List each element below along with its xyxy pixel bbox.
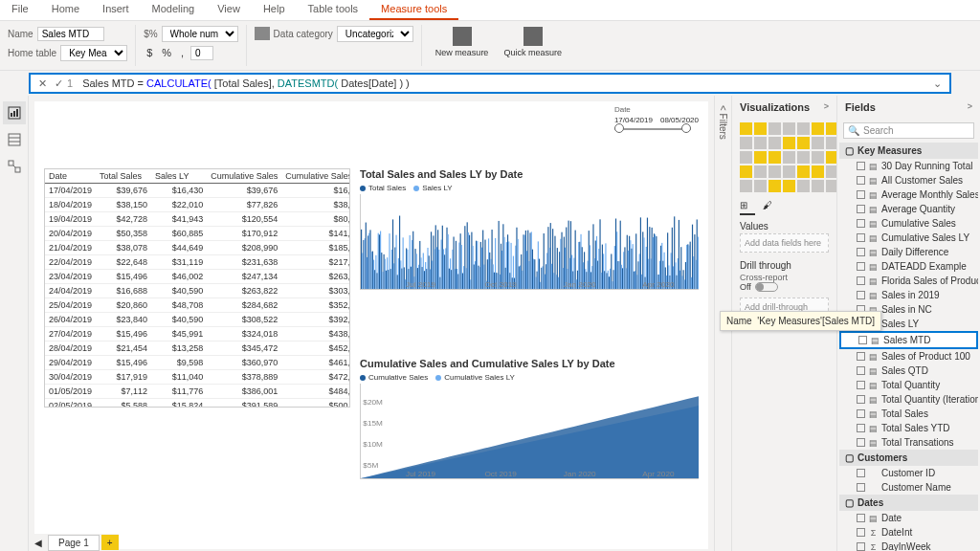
viz-type-icon[interactable] bbox=[740, 122, 752, 135]
field-item[interactable]: ▤Cumulative Sales LY bbox=[839, 231, 978, 245]
comma-button[interactable]: , bbox=[178, 47, 187, 58]
table-header[interactable]: Total Sales bbox=[96, 169, 151, 184]
field-checkbox[interactable] bbox=[857, 528, 865, 537]
field-checkbox[interactable] bbox=[857, 262, 865, 271]
field-item[interactable]: ▤Total Sales bbox=[839, 407, 978, 421]
slicer-handle-start[interactable] bbox=[614, 123, 624, 133]
field-item[interactable]: ▤Average Quantity bbox=[839, 202, 978, 216]
field-item[interactable]: ▤Total Quantity bbox=[839, 378, 978, 392]
field-checkbox[interactable] bbox=[857, 514, 865, 522]
new-measure-button[interactable]: New measure bbox=[430, 25, 495, 59]
field-checkbox[interactable] bbox=[857, 233, 865, 242]
field-item[interactable]: ▤Total Sales YTD bbox=[839, 421, 978, 435]
viz-type-icon[interactable] bbox=[783, 122, 795, 135]
fields-search-input[interactable]: 🔍 Search bbox=[843, 122, 974, 139]
decimals-input[interactable] bbox=[190, 46, 213, 60]
cross-report-toggle[interactable]: Off bbox=[740, 282, 829, 292]
viz-type-icon[interactable] bbox=[797, 122, 810, 135]
viz-type-icon[interactable] bbox=[754, 137, 767, 149]
field-item[interactable]: ▤Sales of Product 100 bbox=[839, 349, 978, 364]
viz-type-icon[interactable] bbox=[740, 137, 752, 149]
field-table-key-measures[interactable]: ▢Key Measures bbox=[839, 143, 978, 159]
ribbon-tab-measure-tools[interactable]: Measure tools bbox=[369, 0, 458, 20]
data-category-select[interactable]: Uncategorized bbox=[337, 26, 413, 42]
field-checkbox[interactable] bbox=[857, 366, 865, 375]
field-item[interactable]: ▤Sales MTD bbox=[839, 331, 978, 349]
field-item[interactable]: Customer Name bbox=[839, 480, 978, 495]
percent-button[interactable]: % bbox=[159, 47, 174, 58]
field-item[interactable]: ▤Total Transations bbox=[839, 435, 978, 450]
home-table-select[interactable]: Key Measures bbox=[60, 45, 127, 61]
fields-collapse-button[interactable]: > bbox=[968, 101, 972, 113]
page-tab-1[interactable]: Page 1 bbox=[48, 535, 100, 551]
viz-type-icon[interactable] bbox=[797, 137, 810, 149]
viz-type-icon[interactable] bbox=[783, 165, 795, 178]
viz-type-icon[interactable] bbox=[768, 122, 781, 135]
field-checkbox[interactable] bbox=[857, 483, 865, 492]
measure-name-input[interactable] bbox=[37, 27, 104, 41]
field-checkbox[interactable] bbox=[857, 469, 865, 477]
date-slicer[interactable]: Date 17/04/201908/05/2020 bbox=[614, 105, 699, 130]
formula-bar[interactable]: ✕ ✓ 1 Sales MTD = CALCULATE( [Total Sale… bbox=[29, 73, 951, 94]
field-checkbox[interactable] bbox=[857, 176, 865, 185]
ribbon-tab-help[interactable]: Help bbox=[252, 0, 297, 20]
field-checkbox[interactable] bbox=[857, 395, 865, 404]
viz-type-icon[interactable] bbox=[812, 165, 824, 178]
data-type-select[interactable]: Whole number bbox=[162, 26, 238, 42]
viz-type-icon[interactable] bbox=[768, 180, 781, 192]
field-item[interactable]: ▤DATEADD Example bbox=[839, 259, 978, 274]
format-tab-icon[interactable]: 🖌 bbox=[763, 200, 778, 215]
table-row[interactable]: 27/04/2019$15,496$45,991$324,018$438,917 bbox=[45, 327, 350, 342]
table-row[interactable]: 22/04/2019$22,648$31,119$231,638$217,036 bbox=[45, 255, 350, 270]
formula-cancel-button[interactable]: ✕ bbox=[34, 77, 51, 90]
viz-type-icon[interactable] bbox=[812, 137, 824, 149]
viz-type-icon[interactable] bbox=[783, 137, 795, 149]
table-header[interactable]: Cumulative Sales bbox=[207, 169, 281, 184]
table-row[interactable]: 20/04/2019$50,358$60,885$170,912$141,268 bbox=[45, 227, 350, 241]
field-checkbox[interactable] bbox=[857, 424, 865, 432]
formula-expand-button[interactable]: ⌄ bbox=[929, 77, 946, 90]
table-row[interactable]: 18/04/2019$38,150$22,010$77,826$38,440 bbox=[45, 198, 350, 212]
report-view-button[interactable] bbox=[3, 101, 26, 124]
ribbon-tab-table-tools[interactable]: Table tools bbox=[297, 0, 370, 20]
field-item[interactable]: ▤Sales in 2019 bbox=[839, 288, 978, 302]
slicer-track[interactable] bbox=[614, 128, 691, 130]
field-checkbox[interactable] bbox=[857, 409, 865, 418]
table-row[interactable]: 25/04/2019$20,860$48,708$284,682$352,336 bbox=[45, 298, 350, 313]
viz-type-icon[interactable] bbox=[754, 180, 767, 192]
table-row[interactable]: 23/04/2019$15,496$46,002$247,134$263,038 bbox=[45, 270, 350, 284]
field-checkbox[interactable] bbox=[857, 205, 865, 213]
table-row[interactable]: 02/05/2019$5,588$15,824$391,589$500,373 bbox=[45, 399, 350, 408]
field-item[interactable]: ▤Total Quantity (Iteration) bbox=[839, 392, 978, 407]
table-row[interactable]: 28/04/2019$21,454$13,258$345,472$452,175 bbox=[45, 342, 350, 356]
report-canvas[interactable]: Date 17/04/201908/05/2020 DateTotal Sale… bbox=[34, 101, 708, 549]
field-checkbox[interactable] bbox=[857, 162, 865, 170]
viz-collapse-button[interactable]: > bbox=[824, 101, 829, 113]
quick-measure-button[interactable]: Quick measure bbox=[498, 25, 568, 59]
values-well[interactable]: Add data fields here bbox=[740, 233, 829, 253]
table-row[interactable]: 17/04/2019$39,676$16,430$39,676$16,430 bbox=[45, 184, 350, 198]
daily-sales-chart[interactable]: Total Sales and Sales LY by Date Total S… bbox=[360, 168, 699, 350]
table-visual[interactable]: DateTotal SalesSales LYCumulative SalesC… bbox=[44, 168, 350, 408]
viz-type-icon[interactable] bbox=[768, 165, 781, 178]
field-item[interactable]: ▤Florida Sales of Product 2 ... bbox=[839, 274, 978, 288]
viz-type-icon[interactable] bbox=[740, 165, 752, 178]
table-header[interactable]: Date bbox=[45, 169, 96, 184]
fields-tab-icon[interactable]: ⊞ bbox=[740, 200, 755, 215]
viz-type-icon[interactable] bbox=[740, 151, 752, 164]
model-view-button[interactable] bbox=[3, 155, 26, 178]
ribbon-tab-home[interactable]: Home bbox=[40, 0, 91, 20]
ribbon-tab-insert[interactable]: Insert bbox=[91, 0, 141, 20]
viz-type-icon[interactable] bbox=[797, 151, 810, 164]
viz-type-icon[interactable] bbox=[768, 137, 781, 149]
field-item[interactable]: Customer ID bbox=[839, 466, 978, 480]
data-view-button[interactable] bbox=[3, 128, 26, 151]
table-row[interactable]: 26/04/2019$23,840$40,590$308,522$392,926 bbox=[45, 313, 350, 327]
ribbon-tab-modeling[interactable]: Modeling bbox=[141, 0, 207, 20]
field-checkbox[interactable] bbox=[857, 381, 865, 389]
field-item[interactable]: ▤Average Monthly Sales bbox=[839, 187, 978, 202]
prev-page-button[interactable]: ◀ bbox=[29, 538, 48, 548]
formula-commit-button[interactable]: ✓ bbox=[51, 77, 67, 90]
field-item[interactable]: ▤All Customer Sales bbox=[839, 173, 978, 187]
table-row[interactable]: 29/04/2019$15,496$9,598$360,970$461,733 bbox=[45, 356, 350, 370]
